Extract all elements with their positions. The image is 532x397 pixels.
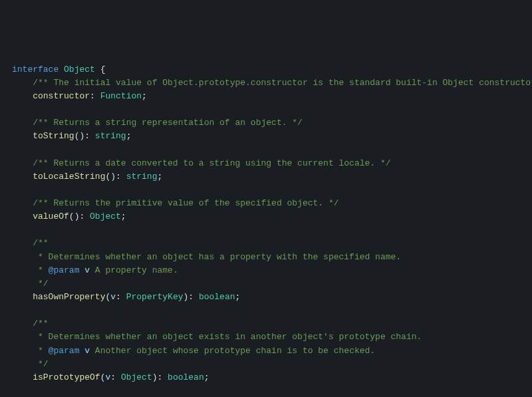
blank-line — [12, 225, 17, 235]
doc-open: /** — [33, 238, 48, 248]
doc-param: v — [84, 346, 90, 356]
line: /** — [12, 238, 49, 248]
doc-comment: /** Returns a date converted to a string… — [33, 158, 390, 168]
method-name: toString — [33, 131, 74, 141]
method-name: isPrototypeOf — [33, 372, 100, 382]
type-ref: boolean — [199, 292, 235, 302]
line: hasOwnProperty(v: PropertyKey): boolean; — [12, 292, 240, 302]
open-brace: { — [100, 65, 106, 74]
method-name: valueOf — [33, 211, 69, 221]
doc-line: * Determines whether an object has a pro… — [33, 252, 401, 262]
line: * @param v A property name. — [12, 265, 178, 275]
type-ref: string — [126, 172, 158, 182]
line: isPrototypeOf(v: Object): boolean; — [12, 372, 209, 382]
blank-line — [12, 305, 17, 315]
line: interface Object { — [12, 65, 105, 74]
doc-line: * @param v Another object whose prototyp… — [33, 346, 375, 356]
doc-line: * Determines whether an object exists in… — [33, 332, 422, 342]
line: * @param v Another object whose prototyp… — [12, 346, 375, 356]
line: /** Returns a date converted to a string… — [12, 158, 391, 168]
doc-tag: @param — [49, 265, 80, 275]
doc-tag: @param — [49, 346, 80, 356]
type-ref: boolean — [168, 372, 204, 382]
type-ref: Object — [121, 372, 152, 382]
keyword-interface: interface — [12, 65, 59, 74]
line: /** Returns the primitive value of the s… — [12, 198, 339, 208]
doc-close: */ — [33, 279, 48, 289]
blank-line — [12, 386, 17, 396]
line: /** Returns a string representation of a… — [12, 118, 303, 128]
doc-line: * @param v A property name. — [33, 265, 178, 275]
line: toString(): string; — [12, 131, 131, 141]
type-ref: Object — [90, 211, 121, 221]
blank-line — [12, 104, 17, 114]
type-ref: string — [95, 131, 126, 141]
blank-line — [12, 144, 17, 154]
param-name: v — [110, 292, 116, 302]
property-name: constructor — [33, 91, 90, 101]
method-name: toLocaleString — [33, 172, 105, 182]
doc-param: v — [84, 265, 90, 275]
line: */ — [12, 359, 49, 369]
doc-comment: /** Returns a string representation of a… — [33, 118, 303, 128]
line: * Determines whether an object has a pro… — [12, 252, 401, 262]
doc-comment: /** The initial value of Object.prototyp… — [33, 78, 532, 88]
line: valueOf(): Object; — [12, 211, 126, 221]
line: * Determines whether an object exists in… — [12, 332, 422, 342]
line: /** — [12, 319, 49, 329]
line: */ — [12, 279, 49, 289]
type-ref: Function — [100, 91, 142, 101]
doc-close: */ — [33, 359, 48, 369]
line: /** The initial value of Object.prototyp… — [12, 78, 532, 88]
method-name: hasOwnProperty — [33, 292, 105, 302]
line: constructor: Function; — [12, 91, 147, 101]
doc-comment: /** Returns the primitive value of the s… — [33, 198, 338, 208]
blank-line — [12, 185, 17, 195]
code-editor[interactable]: interface Object { /** The initial value… — [12, 63, 532, 397]
doc-open: /** — [33, 319, 48, 329]
line: toLocaleString(): string; — [12, 172, 162, 182]
type-ref: PropertyKey — [126, 292, 184, 302]
interface-name: Object — [64, 65, 95, 74]
